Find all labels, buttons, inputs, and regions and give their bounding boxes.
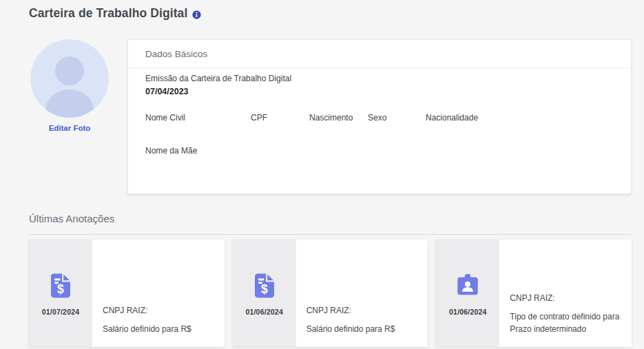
basic-data-card-body: Emissão da Carteira de Trabalho Digital … bbox=[128, 68, 631, 156]
annotation-card[interactable]: $ 01/06/2024 CNPJ RAIZ: Salário definido… bbox=[233, 240, 428, 347]
basic-data-card-title: Dados Básicos bbox=[128, 40, 631, 68]
annotation-date-panel: $ 01/07/2024 bbox=[29, 240, 92, 347]
annotation-card[interactable]: $ 01/07/2024 CNPJ RAIZ: Salário definido… bbox=[29, 240, 225, 347]
basic-data-card: Dados Básicos Emissão da Carteira de Tra… bbox=[127, 39, 632, 194]
svg-text:$: $ bbox=[261, 282, 268, 295]
annotation-date: 01/06/2024 bbox=[449, 308, 487, 316]
person-placeholder-icon bbox=[30, 39, 109, 118]
annotation-date-panel: $ 01/06/2024 bbox=[233, 240, 296, 347]
field-label-nacionalidade: Nacionalidade bbox=[426, 113, 614, 123]
annotation-date: 01/06/2024 bbox=[245, 308, 283, 316]
info-icon[interactable] bbox=[192, 10, 201, 19]
avatar bbox=[30, 39, 109, 118]
salary-document-icon: $ bbox=[250, 271, 279, 300]
annotation-description: Salário definido para R$ bbox=[307, 324, 417, 335]
annotations-divider bbox=[29, 234, 632, 235]
edit-photo-link[interactable]: Editar Foto bbox=[30, 124, 109, 132]
annotation-cnpj-label: CNPJ RAIZ: bbox=[510, 293, 621, 303]
field-label-sexo: Sexo bbox=[368, 113, 426, 123]
avatar-column: Editar Foto bbox=[29, 39, 127, 194]
annotations-list: $ 01/07/2024 CNPJ RAIZ: Salário definido… bbox=[29, 240, 632, 347]
emission-value: 07/04/2023 bbox=[145, 87, 614, 96]
annotation-card[interactable]: 01/06/2024 CNPJ RAIZ: Tipo de contrato d… bbox=[436, 240, 632, 347]
emission-label: Emissão da Carteira de Trabalho Digital bbox=[145, 74, 614, 83]
basic-fields-row: Nome Civil CPF Nascimento Sexo Nacionali… bbox=[145, 113, 614, 123]
annotations-section-title: Últimas Anotações bbox=[29, 213, 632, 224]
profile-section: Editar Foto Dados Básicos Emissão da Car… bbox=[29, 39, 632, 194]
contract-badge-icon bbox=[453, 271, 482, 300]
field-label-nascimento: Nascimento bbox=[309, 113, 368, 123]
annotation-date-panel: 01/06/2024 bbox=[436, 240, 499, 347]
annotation-content: CNPJ RAIZ: Salário definido para R$ bbox=[296, 240, 428, 347]
annotation-description: Tipo de contrato definido para Prazo ind… bbox=[510, 311, 621, 335]
annotation-cnpj-label: CNPJ RAIZ: bbox=[307, 306, 417, 315]
field-label-cpf: CPF bbox=[251, 113, 309, 123]
annotation-cnpj-label: CNPJ RAIZ: bbox=[103, 306, 214, 315]
page-header: Carteira de Trabalho Digital bbox=[29, 6, 632, 21]
annotation-date: 01/07/2024 bbox=[42, 308, 80, 316]
annotation-content: CNPJ RAIZ: Salário definido para R$ bbox=[92, 240, 225, 347]
annotation-content: CNPJ RAIZ: Tipo de contrato definido par… bbox=[499, 240, 632, 347]
field-label-nome-da-mae: Nome da Mãe bbox=[145, 146, 614, 156]
svg-text:$: $ bbox=[57, 282, 64, 295]
page-title: Carteira de Trabalho Digital bbox=[29, 6, 187, 21]
field-label-nome-civil: Nome Civil bbox=[145, 113, 251, 123]
salary-document-icon: $ bbox=[46, 271, 75, 300]
annotation-description: Salário definido para R$ bbox=[103, 324, 214, 335]
